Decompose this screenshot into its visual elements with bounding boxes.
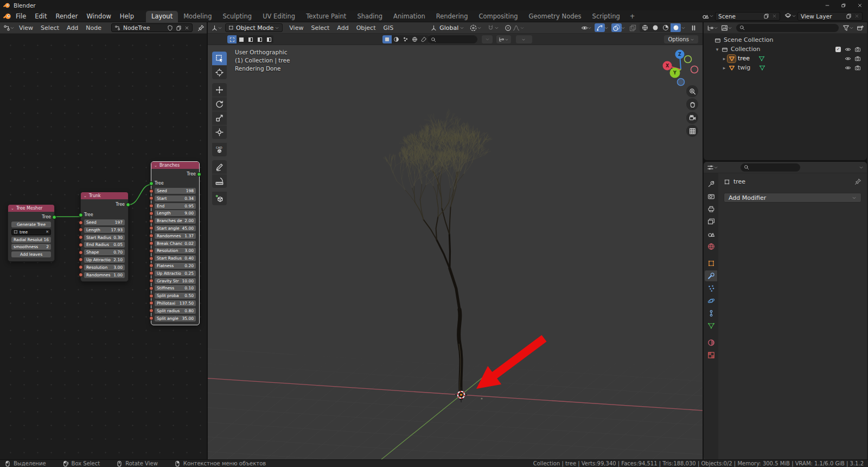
chevron-down-icon[interactable] <box>10 26 15 30</box>
options-button[interactable]: Options <box>664 35 698 43</box>
tool-transform[interactable] <box>212 125 227 139</box>
outliner-search-field[interactable] <box>736 24 839 32</box>
viewport-canvas[interactable]: User Orthographic (1) Collection | tree … <box>208 45 703 459</box>
viewport-menu-object[interactable]: Object <box>353 22 380 34</box>
node-tree-selector[interactable]: NodeTree <box>111 23 193 32</box>
properties-tab-texture[interactable] <box>705 350 717 361</box>
field-slider[interactable]: Break Chanc0.02 <box>155 241 196 247</box>
add-workspace-tab-button[interactable]: + <box>626 11 640 22</box>
add-modifier-dropdown[interactable]: Add Modifier <box>724 193 861 203</box>
input-socket[interactable] <box>149 234 154 238</box>
viewport-menu-select[interactable]: Select <box>307 22 333 34</box>
tab-rendering[interactable]: Rendering <box>431 11 474 22</box>
chevron-down-icon[interactable] <box>713 26 718 30</box>
chevron-down-icon[interactable] <box>792 14 796 18</box>
new-collection-icon[interactable] <box>857 24 864 31</box>
field-slider[interactable]: Up Attractio0.25 <box>155 270 196 276</box>
input-socket[interactable] <box>149 286 154 291</box>
properties-tab-constraints[interactable] <box>705 308 717 319</box>
properties-tab-output[interactable] <box>705 204 717 214</box>
tool-measure[interactable] <box>212 174 227 188</box>
grid-view-button[interactable] <box>686 125 698 137</box>
tab-uv-editing[interactable]: UV Editing <box>257 11 301 22</box>
camera-toggle-icon[interactable] <box>853 65 863 71</box>
shading-material-button[interactable] <box>660 23 671 32</box>
node-trunk-header[interactable]: ⌄Trunk <box>81 192 128 199</box>
properties-tab-tool[interactable] <box>705 179 717 190</box>
field-slider[interactable]: Radial Resolut16 <box>11 237 51 243</box>
properties-tab-render[interactable] <box>705 191 717 202</box>
tab-animation[interactable]: Animation <box>388 11 431 22</box>
pan-button[interactable] <box>686 98 698 110</box>
select-mode-intersect[interactable] <box>264 35 273 43</box>
field-slider[interactable]: Start Radius0.30 <box>84 235 125 241</box>
field-slider[interactable]: Shape0.70 <box>84 249 125 255</box>
pivot-point-icon[interactable] <box>470 24 477 31</box>
field-slider[interactable]: Length17.93 <box>84 227 125 233</box>
input-socket[interactable] <box>79 228 83 232</box>
field-slider[interactable]: Phillotaxi137.50 <box>155 300 196 306</box>
field-slider[interactable]: Start0.34 <box>155 195 196 201</box>
fake-user-shield-icon[interactable] <box>167 25 173 31</box>
input-socket[interactable] <box>149 263 154 268</box>
chevron-down-icon[interactable] <box>621 26 626 30</box>
field-slider[interactable]: Gravity Str10.00 <box>155 278 196 284</box>
clear-object-icon[interactable]: ✕ <box>46 230 49 234</box>
xray-toggle-icon[interactable] <box>629 24 636 31</box>
input-socket[interactable] <box>149 211 154 216</box>
tool-cursor[interactable] <box>212 66 227 79</box>
tool-cad-transform[interactable]: CAD <box>212 143 227 156</box>
field-slider[interactable]: Resolution3.00 <box>84 264 125 270</box>
checkbox-icon[interactable]: ✓ <box>835 47 841 52</box>
input-socket[interactable] <box>79 220 83 225</box>
outliner-row-collection[interactable]: ▾Collection✓ <box>704 45 867 54</box>
snap-magnet-icon[interactable] <box>487 24 494 31</box>
tab-texture-paint[interactable]: Texture Paint <box>301 11 352 22</box>
input-socket[interactable] <box>149 271 154 275</box>
output-socket[interactable] <box>126 203 130 207</box>
maximize-button[interactable] <box>835 0 852 10</box>
outliner-row-scene-collection[interactable]: Scene Collection <box>704 35 867 45</box>
select-mode-extend[interactable] <box>237 35 246 43</box>
tool-add-primitive[interactable] <box>212 192 227 205</box>
node-editor-menu-node[interactable]: Node <box>82 22 105 34</box>
input-socket[interactable] <box>149 249 154 253</box>
input-socket[interactable] <box>79 273 83 277</box>
chevron-down-icon[interactable] <box>477 26 482 30</box>
proportional-editing-icon[interactable] <box>505 24 512 31</box>
field-slider[interactable]: Resolution3.00 <box>155 248 196 254</box>
gizmo-neg-y-axis[interactable] <box>685 56 692 63</box>
orientation-label[interactable]: Global <box>438 24 459 31</box>
view-layer-icon[interactable] <box>784 12 792 20</box>
node-editor-menu-select[interactable]: Select <box>37 22 63 34</box>
chevron-down-icon[interactable] <box>218 26 222 30</box>
collapsed-dropdown[interactable] <box>482 35 493 43</box>
input-socket[interactable] <box>149 204 154 208</box>
input-socket[interactable] <box>149 241 154 245</box>
orientation-icon[interactable] <box>430 24 437 31</box>
chevron-down-icon[interactable] <box>459 26 464 30</box>
close-button[interactable] <box>852 0 868 10</box>
new-node-tree-icon[interactable] <box>176 25 182 31</box>
gizmo-neg-z-axis[interactable] <box>678 79 685 86</box>
tool-option-drops[interactable] <box>401 35 410 43</box>
generate-tree-button[interactable]: Generate Tree <box>11 222 51 228</box>
node-branches-header[interactable]: ⌄Branches <box>151 162 199 169</box>
chevron-down-icon[interactable] <box>709 14 714 18</box>
chevron-down-icon[interactable] <box>727 26 732 30</box>
topbar-menu-render[interactable]: Render <box>52 10 82 22</box>
checkbox-toggle-icon[interactable]: ✓ <box>833 47 843 52</box>
input-socket[interactable] <box>149 256 154 261</box>
properties-tab-object[interactable] <box>705 258 717 269</box>
field-slider[interactable]: Branches de2.00 <box>155 218 196 224</box>
camera-view-button[interactable] <box>686 112 698 124</box>
input-socket[interactable] <box>149 301 154 305</box>
input-socket[interactable] <box>149 189 154 193</box>
field-slider[interactable]: smoothness2 <box>11 244 51 250</box>
object-field[interactable]: tree ✕ <box>11 229 51 235</box>
chevron-down-icon[interactable] <box>681 26 686 30</box>
tool-option-half[interactable] <box>392 35 401 43</box>
new-view-layer-icon[interactable] <box>846 13 852 19</box>
navigation-gizmo[interactable]: Z X Y <box>658 47 703 90</box>
outliner-row-tree[interactable]: ▸tree <box>704 54 867 63</box>
